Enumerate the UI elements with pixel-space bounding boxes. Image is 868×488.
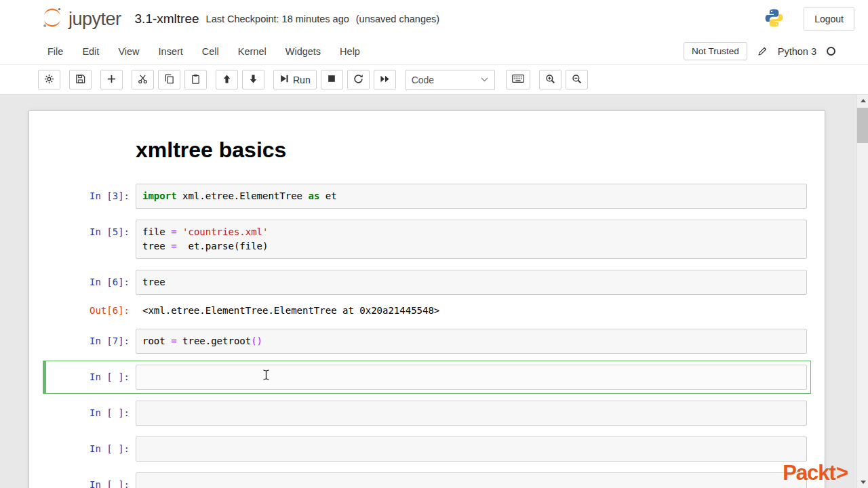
code-cell[interactable]: In [3]:import xml.etree.ElementTree as e… (43, 180, 811, 213)
code-cell[interactable]: In [7]:root = tree.getroot() (43, 325, 811, 358)
code-line: tree = et.parse(file) (142, 239, 800, 253)
code-line: root = tree.getroot() (142, 334, 800, 348)
chevron-down-icon (481, 77, 488, 82)
edit-mode-pencil-icon (757, 46, 768, 56)
cell-input[interactable]: import xml.etree.ElementTree as et (136, 184, 807, 209)
toolbar-group (69, 70, 92, 89)
cell-input[interactable]: file = 'countries.xml'tree = et.parse(fi… (136, 220, 807, 259)
markdown-cell-prompt (50, 138, 136, 162)
add-icon (106, 74, 117, 86)
scroll-down-button[interactable] (857, 476, 868, 488)
cut-icon (138, 74, 148, 86)
code-line: file = 'countries.xml' (142, 225, 800, 239)
notebook-area: xmltree basics In [3]:import xml.etree.E… (0, 95, 868, 488)
copy-icon (164, 74, 174, 86)
menu-item-insert[interactable]: Insert (149, 40, 193, 63)
toolbar-buttons-left: Run (38, 70, 405, 89)
keyboard-icon (512, 74, 524, 85)
fast-forward-button[interactable] (374, 70, 396, 89)
move-down-button[interactable] (242, 70, 264, 89)
code-token: = (171, 226, 176, 237)
code-cell[interactable]: In [ ]: (43, 432, 811, 466)
menu-item-view[interactable]: View (108, 40, 149, 63)
zoom-in-button[interactable] (539, 70, 561, 89)
code-token: 'countries.xml' (182, 226, 268, 237)
run-icon (279, 74, 289, 85)
cell-input[interactable] (136, 436, 807, 462)
scroll-up-arrow-icon (861, 99, 866, 102)
move-down-icon (248, 74, 258, 86)
code-line (142, 370, 800, 384)
cut-button[interactable] (132, 70, 154, 89)
notebook-title[interactable]: 3.1-xmltree (135, 12, 199, 26)
jupyter-logo-text: jupyter (68, 9, 121, 30)
header-right: Logout (764, 7, 854, 31)
save-icon (75, 74, 85, 86)
scroll-down-arrow-icon (861, 481, 866, 484)
menu-item-help[interactable]: Help (330, 40, 370, 63)
cell-list: In [3]:import xml.etree.ElementTree as e… (43, 180, 811, 488)
cell-input[interactable]: root = tree.getroot() (136, 329, 807, 354)
stop-button[interactable] (321, 70, 343, 89)
code-token: tree.getroot (177, 336, 252, 346)
toolbar-group (100, 70, 123, 89)
save-button[interactable] (69, 70, 92, 89)
toolbar: Run Code (0, 65, 868, 95)
code-cell[interactable]: In [5]:file = 'countries.xml'tree = et.p… (43, 216, 811, 263)
code-token (177, 226, 182, 237)
code-cell[interactable]: In [6]:treeOut[6]:<xml.etree.ElementTree… (43, 266, 811, 322)
menu-item-kernel[interactable]: Kernel (229, 40, 276, 63)
menu-item-file[interactable]: File (38, 40, 73, 63)
jupyter-app: jupyter 3.1-xmltree Last Checkpoint: 18 … (0, 0, 868, 488)
packt-logo-mark: > (836, 461, 848, 485)
scrollbar-thumb[interactable] (857, 108, 868, 143)
gear-icon (44, 74, 54, 86)
cell-input[interactable] (136, 472, 807, 488)
code-line: tree (142, 275, 800, 289)
refresh-button[interactable] (347, 70, 370, 89)
add-button[interactable] (100, 70, 123, 89)
code-line (142, 478, 800, 488)
scrollbar[interactable] (856, 95, 868, 488)
cell-type-dropdown[interactable]: Code (405, 70, 495, 90)
cell-input-prompt: In [5]: (50, 220, 136, 239)
menubar-right: Not Trusted Python 3 (684, 42, 854, 60)
markdown-cell[interactable]: xmltree basics (43, 134, 811, 166)
menu-item-widgets[interactable]: Widgets (276, 40, 330, 63)
code-token: = (171, 241, 176, 251)
keyboard-button[interactable] (506, 70, 530, 89)
kernel-name: Python 3 (778, 46, 816, 57)
scroll-up-button[interactable] (857, 95, 868, 106)
move-up-button[interactable] (216, 70, 238, 89)
jupyter-logo[interactable]: jupyter (41, 6, 121, 32)
cell-input[interactable]: tree (136, 270, 807, 295)
cell-input-prompt: In [ ]: (50, 401, 136, 420)
paste-button[interactable] (184, 70, 207, 89)
gear-button[interactable] (38, 70, 60, 89)
code-token: root (142, 336, 171, 346)
zoom-out-button[interactable] (566, 70, 588, 89)
copy-button[interactable] (158, 70, 180, 89)
code-cell-selected[interactable]: In [ ]: (43, 361, 811, 394)
cell-input-prompt: In [3]: (50, 184, 136, 203)
code-cell[interactable]: In [ ]: (43, 468, 811, 488)
menu-item-edit[interactable]: Edit (73, 40, 108, 63)
cell-input[interactable] (136, 365, 807, 390)
code-cell[interactable]: In [ ]: (43, 396, 811, 430)
logout-button[interactable]: Logout (804, 7, 854, 31)
text-cursor-icon (262, 369, 270, 383)
not-trusted-button[interactable]: Not Trusted (684, 42, 747, 60)
refresh-icon (353, 74, 363, 86)
code-token: et (319, 190, 336, 201)
cell-input-prompt: In [6]: (50, 270, 136, 289)
notebook-container: xmltree basics In [3]:import xml.etree.E… (28, 110, 825, 488)
menu-item-cell[interactable]: Cell (193, 40, 229, 63)
cell-input[interactable] (136, 401, 807, 426)
code-token: = (171, 336, 176, 346)
stop-icon (327, 74, 336, 85)
run-button[interactable]: Run (273, 70, 317, 89)
code-token: import (142, 190, 177, 201)
fast-forward-icon (380, 74, 390, 86)
code-token: xml.etree.ElementTree (177, 190, 309, 201)
code-token: () (251, 336, 262, 346)
